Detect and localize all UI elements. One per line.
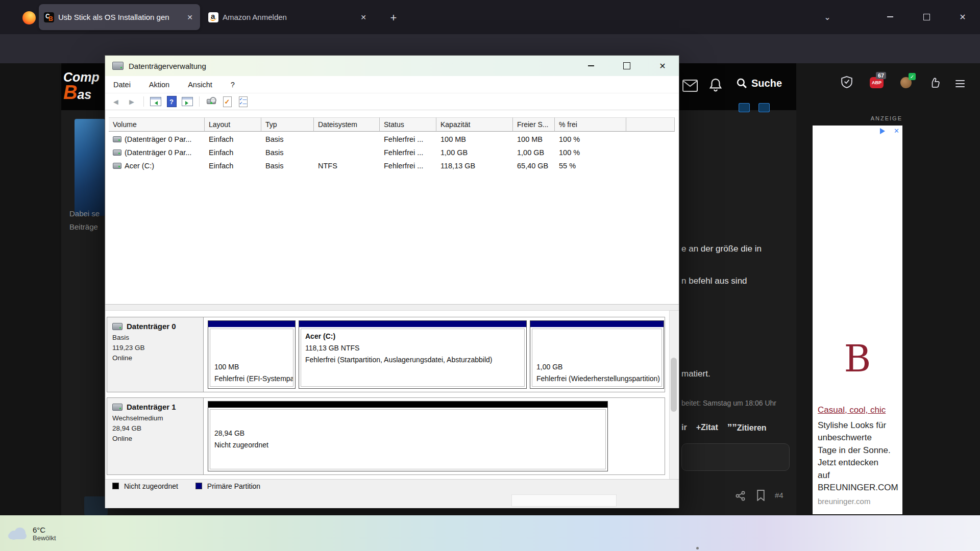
toolbar-console-left-icon[interactable] bbox=[150, 96, 161, 107]
ad-close-icon[interactable]: ✕ bbox=[894, 127, 899, 135]
window-restore-button[interactable] bbox=[915, 7, 938, 27]
quote-button[interactable]: +Zitat bbox=[696, 423, 718, 432]
adchoices-icon[interactable] bbox=[880, 128, 888, 134]
search-icon bbox=[737, 78, 747, 89]
toolbar-check-document-icon[interactable]: ✓ bbox=[222, 96, 233, 107]
window-close-button[interactable]: ✕ bbox=[951, 7, 974, 27]
tab-title: Usb Stick als OS Installation gen bbox=[58, 13, 181, 21]
dm-minimize-button[interactable] bbox=[579, 56, 603, 76]
ad-body-line: Jetzt entdecken bbox=[818, 458, 899, 468]
post-image-thumbnail[interactable] bbox=[75, 119, 105, 216]
amazon-favicon-icon: a bbox=[208, 12, 218, 22]
toolbar-forward-icon[interactable]: ► bbox=[126, 96, 137, 107]
post-action-bar: ir +Zitat ””Zitieren bbox=[681, 422, 767, 433]
computerbase-favicon-icon: CB bbox=[44, 12, 54, 22]
col-layout[interactable]: Layout bbox=[205, 117, 261, 132]
scrollbar-thumb[interactable] bbox=[671, 358, 677, 412]
weather-temp: 6°C bbox=[33, 525, 56, 534]
collections-extension-icon[interactable] bbox=[929, 77, 940, 90]
cookie-extension-icon[interactable]: ✓ bbox=[900, 77, 914, 89]
disk1-label[interactable]: Datenträger 1 Wechselmedium 28,94 GB Onl… bbox=[107, 398, 204, 474]
ad-body-line: Stylishe Looks für bbox=[818, 420, 899, 431]
toolbar-back-icon[interactable]: ◄ bbox=[110, 96, 121, 107]
partition-efi[interactable]: 100 MB Fehlerfrei (EFI-Systempartition) bbox=[208, 320, 296, 389]
new-tab-button[interactable]: + bbox=[382, 8, 405, 28]
tab-list-chevron-icon[interactable]: ⌄ bbox=[816, 7, 839, 27]
firefox-tab-bar: CB Usb Stick als OS Installation gen ✕ a… bbox=[0, 0, 980, 34]
ad-panel[interactable]: ✕ B Casual, cool, chic Stylishe Looks fü… bbox=[813, 126, 902, 514]
ad-body-line: auf bbox=[818, 470, 899, 481]
volume-row[interactable]: (Datenträger 0 Par... Einfach Basis Fehl… bbox=[106, 133, 678, 146]
dm-status-bar bbox=[105, 492, 679, 508]
action-fragment[interactable]: ir bbox=[681, 423, 687, 432]
dm-volume-list: Volume Layout Typ Dateisystem Status Kap… bbox=[106, 110, 678, 304]
toolbar-checklist-icon[interactable]: ✓—✓— bbox=[237, 96, 249, 107]
messages-envelope-icon[interactable] bbox=[682, 80, 698, 92]
notifications-bell-icon[interactable] bbox=[709, 78, 722, 92]
tab-title: Amazon Anmelden bbox=[223, 13, 354, 21]
primary-partition-bar bbox=[208, 321, 295, 327]
disk0-label[interactable]: Datenträger 0 Basis 119,23 GB Online bbox=[107, 317, 204, 392]
partition-recovery[interactable]: 1,00 GB Fehlerfrei (Wiederherstellungspa… bbox=[530, 320, 664, 389]
forum-mini-icon[interactable] bbox=[758, 103, 770, 112]
toolbar-help-icon[interactable]: ? bbox=[166, 96, 177, 107]
dm-title-bar[interactable]: Datenträgerverwaltung ✕ bbox=[105, 56, 679, 76]
tab-computerbase[interactable]: CB Usb Stick als OS Installation gen ✕ bbox=[39, 4, 200, 30]
firefox-logo-icon[interactable] bbox=[22, 11, 36, 24]
menu-ansicht[interactable]: Ansicht bbox=[188, 81, 212, 89]
dm-toolbar: ◄ ► ? ✓ ✓—✓— bbox=[105, 93, 679, 110]
dm-graphical-view: Datenträger 0 Basis 119,23 GB Online 100… bbox=[106, 311, 678, 479]
ad-domain[interactable]: breuninger.com bbox=[818, 497, 899, 506]
forum-search-button[interactable]: Suche bbox=[737, 78, 782, 89]
menu-help[interactable]: ? bbox=[231, 81, 235, 89]
adblock-extension-icon[interactable]: ABP 67 bbox=[870, 77, 884, 89]
weather-widget[interactable]: 6°C Bewölkt bbox=[7, 525, 56, 542]
menu-datei[interactable]: Datei bbox=[113, 81, 131, 89]
ad-label: ANZEIGE bbox=[813, 115, 902, 121]
menu-hamburger-icon[interactable] bbox=[955, 78, 965, 89]
computerbase-logo[interactable]: Comp Bas bbox=[63, 70, 105, 106]
status-bar-section bbox=[511, 494, 617, 507]
post-text-fragment: matiert. bbox=[681, 369, 710, 379]
primary-partition-bar bbox=[530, 321, 664, 327]
member-since-label: Dabei se bbox=[69, 209, 100, 218]
volume-row[interactable]: Acer (C:) Einfach Basis NTFS Fehlerfrei … bbox=[106, 159, 678, 172]
post-text-fragment: n befehl aus sind bbox=[681, 276, 747, 286]
pane-splitter[interactable] bbox=[105, 304, 679, 311]
dm-maximize-button[interactable] bbox=[615, 56, 639, 76]
col-dateisystem[interactable]: Dateisystem bbox=[314, 117, 380, 132]
scrollbar[interactable] bbox=[669, 311, 678, 479]
col-kapazitaet[interactable]: Kapazität bbox=[436, 117, 513, 132]
disk1-row: Datenträger 1 Wechselmedium 28,94 GB Onl… bbox=[107, 397, 665, 475]
unallocated-bar bbox=[208, 402, 607, 408]
menu-aktion[interactable]: Aktion bbox=[149, 81, 169, 89]
tab-close-icon[interactable]: ✕ bbox=[185, 12, 195, 22]
shield-extension-icon[interactable] bbox=[841, 76, 852, 90]
col-volume[interactable]: Volume bbox=[109, 117, 205, 132]
col-status[interactable]: Status bbox=[380, 117, 436, 132]
tab-amazon[interactable]: a Amazon Anmelden ✕ bbox=[203, 4, 374, 30]
col-pct-frei[interactable]: % frei bbox=[555, 117, 626, 132]
tab-close-icon[interactable]: ✕ bbox=[358, 12, 369, 22]
col-empty[interactable] bbox=[626, 117, 675, 132]
toolbar-rescan-icon[interactable] bbox=[206, 96, 217, 107]
toolbar-console-right-icon[interactable] bbox=[182, 96, 193, 107]
ad-headline[interactable]: Casual, cool, chic bbox=[818, 405, 886, 415]
reply-input[interactable] bbox=[681, 443, 790, 471]
cite-button[interactable]: ””Zitieren bbox=[727, 422, 767, 433]
firefox-running-dot bbox=[696, 547, 699, 549]
volume-row[interactable]: (Datenträger 0 Par... Einfach Basis Fehl… bbox=[106, 146, 678, 159]
col-freier[interactable]: Freier S... bbox=[513, 117, 555, 132]
cloud-icon bbox=[7, 528, 28, 540]
partition-c[interactable]: Acer (C:) 118,13 GB NTFS Fehlerfrei (Sta… bbox=[299, 320, 527, 389]
dm-close-button[interactable]: ✕ bbox=[651, 56, 674, 76]
col-typ[interactable]: Typ bbox=[261, 117, 314, 132]
bookmark-icon[interactable] bbox=[756, 490, 765, 501]
post-number[interactable]: #4 bbox=[775, 491, 783, 499]
window-minimize-button[interactable] bbox=[878, 7, 902, 27]
forum-mini-icon[interactable] bbox=[739, 103, 750, 112]
ad-body-line: unbeschwerte bbox=[818, 433, 899, 443]
share-icon[interactable] bbox=[736, 491, 746, 501]
partition-unallocated[interactable]: 28,94 GB Nicht zugeordnet bbox=[208, 401, 608, 471]
legend-unallocated-label: Nicht zugeordnet bbox=[124, 482, 178, 490]
